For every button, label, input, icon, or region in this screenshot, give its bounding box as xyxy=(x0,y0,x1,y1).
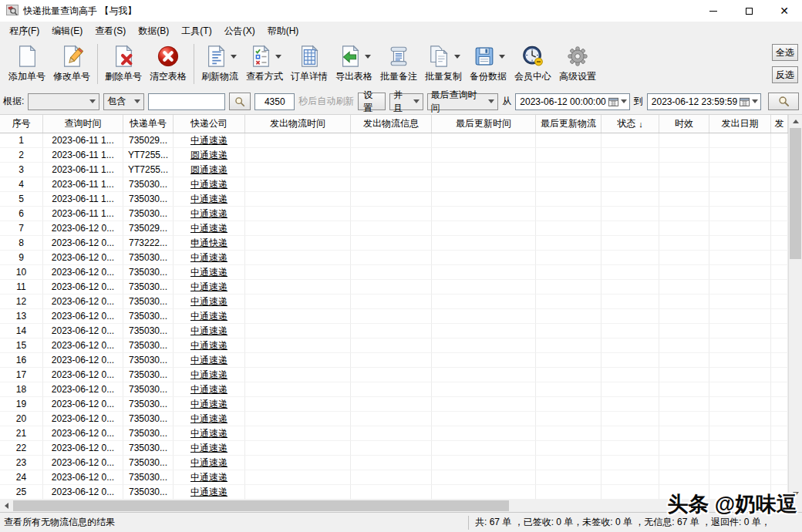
menu-item-help[interactable]: 帮助(H) xyxy=(261,22,305,40)
toolbar-batch-note-button[interactable]: 批量备注 xyxy=(376,43,421,83)
scroll-down-button[interactable] xyxy=(789,487,802,500)
table-row[interactable]: 112023-06-12 0...735030...中通速递 xyxy=(0,280,788,295)
company-link[interactable]: 中通速递 xyxy=(174,353,245,368)
table-row[interactable]: 12023-06-11 1...735029...中通速递 xyxy=(0,133,788,148)
table-row[interactable]: 142023-06-12 0...735030...中通速递 xyxy=(0,324,788,338)
column-header-10[interactable]: 发出日期 xyxy=(709,115,771,133)
table-row[interactable]: 232023-06-12 0...735030...中通速递 xyxy=(0,456,788,470)
toolbar-order-detail-button[interactable]: 订单详情 xyxy=(287,43,332,83)
company-link[interactable]: 中通速递 xyxy=(174,192,245,207)
company-link[interactable]: 中通速递 xyxy=(174,426,245,441)
toolbar-export-table-button[interactable]: 导出表格 xyxy=(332,43,376,83)
column-header-3[interactable]: 快递公司 xyxy=(174,115,245,133)
table-row[interactable]: 92023-06-12 0...735030...中通速递 xyxy=(0,251,788,265)
table-row[interactable]: 72023-06-12 0...735029...中通速递 xyxy=(0,221,788,236)
scroll-left-button[interactable] xyxy=(0,500,13,512)
company-link[interactable]: 中通速递 xyxy=(174,324,245,338)
keyword-search-button[interactable] xyxy=(229,93,251,110)
column-header-6[interactable]: 最后更新时间 xyxy=(432,115,536,133)
table-row[interactable]: 42023-06-11 1...735030...中通速递 xyxy=(0,177,788,192)
company-link[interactable]: 圆通速递 xyxy=(174,148,245,163)
table-row[interactable]: 172023-06-12 0...735030...中通速递 xyxy=(0,368,788,382)
table-row[interactable]: 222023-06-12 0...735030...中通速递 xyxy=(0,441,788,456)
column-header-11[interactable]: 发 xyxy=(771,115,788,133)
company-link[interactable]: 中通速递 xyxy=(174,412,245,426)
keyword-input[interactable] xyxy=(148,93,225,110)
company-link[interactable]: 中通速递 xyxy=(174,456,245,470)
table-row[interactable]: 32023-06-11 1...YT7255...圆通速递 xyxy=(0,163,788,177)
horizontal-scrollbar[interactable] xyxy=(0,500,802,512)
vertical-scrollbar[interactable] xyxy=(788,115,802,500)
company-link[interactable]: 中通速递 xyxy=(174,177,245,192)
company-link[interactable]: 中通速递 xyxy=(174,397,245,412)
dropdown-arrow-icon[interactable] xyxy=(499,55,505,59)
company-link[interactable]: 中通速递 xyxy=(174,207,245,221)
company-link[interactable]: 中通速递 xyxy=(174,251,245,265)
close-button[interactable]: ✕ xyxy=(767,0,802,22)
table-row[interactable]: 242023-06-12 0...735030...中通速递 xyxy=(0,470,788,485)
table-row[interactable]: 102023-06-12 0...735030...中通速递 xyxy=(0,265,788,280)
toolbar-add-order-button[interactable]: 添加单号 xyxy=(5,43,49,83)
filter-field-select[interactable] xyxy=(28,93,99,110)
toolbar-member-center-button[interactable]: 会员中心 xyxy=(511,43,555,83)
toolbar-refresh-logistics-button[interactable]: 刷新物流 xyxy=(197,43,242,83)
to-datetime-picker[interactable]: 2023-06-12 23:59:59 xyxy=(647,93,761,110)
select-all-button[interactable]: 全选 xyxy=(772,44,798,61)
column-header-1[interactable]: 查询时间 xyxy=(43,115,123,133)
logic-and-select[interactable]: 并且 xyxy=(389,93,423,110)
table-row[interactable]: 62023-06-11 1...735030...中通速递 xyxy=(0,207,788,221)
company-link[interactable]: 中通速递 xyxy=(174,265,245,280)
company-link[interactable]: 中通速递 xyxy=(174,309,245,324)
from-datetime-picker[interactable]: 2023-06-12 00:00:00 xyxy=(515,93,629,110)
refresh-settings-button[interactable]: 设置 xyxy=(358,93,386,110)
match-mode-select[interactable]: 包含 xyxy=(103,93,143,110)
time-search-button[interactable] xyxy=(768,93,799,110)
menu-item-view[interactable]: 查看(S) xyxy=(89,22,132,40)
table-row[interactable]: 52023-06-11 1...735030...中通速递 xyxy=(0,192,788,207)
toolbar-advanced-settings-button[interactable]: 高级设置 xyxy=(555,43,600,83)
column-header-4[interactable]: 发出物流时间 xyxy=(245,115,351,133)
company-link[interactable]: 圆通速递 xyxy=(174,163,245,177)
table-row[interactable]: 152023-06-12 0...735030...中通速递 xyxy=(0,338,788,353)
table-row[interactable]: 202023-06-12 0...735030...中通速递 xyxy=(0,412,788,426)
table-row[interactable]: 22023-06-11 1...YT7255...圆通速递 xyxy=(0,148,788,163)
table-row[interactable]: 132023-06-12 0...735030...中通速递 xyxy=(0,309,788,324)
table-row[interactable]: 122023-06-12 0...735030...中通速递 xyxy=(0,295,788,309)
refresh-seconds-input[interactable] xyxy=(254,93,295,110)
company-link[interactable]: 中通速递 xyxy=(174,485,245,500)
company-link[interactable]: 中通速递 xyxy=(174,133,245,148)
dropdown-arrow-icon[interactable] xyxy=(275,55,281,59)
menu-item-data[interactable]: 数据(B) xyxy=(132,22,175,40)
invert-selection-button[interactable]: 反选 xyxy=(772,66,798,83)
time-field-select[interactable]: 最后查询时间 xyxy=(427,93,499,110)
toolbar-view-mode-button[interactable]: 查看方式 xyxy=(242,43,287,83)
dropdown-arrow-icon[interactable] xyxy=(454,55,460,59)
company-link[interactable]: 中通速递 xyxy=(174,382,245,397)
minimize-button[interactable] xyxy=(696,0,731,22)
table-row[interactable]: 192023-06-12 0...735030...中通速递 xyxy=(0,397,788,412)
menu-item-edit[interactable]: 编辑(E) xyxy=(45,22,89,40)
column-header-7[interactable]: 最后更新物流 xyxy=(536,115,602,133)
column-header-5[interactable]: 发出物流信息 xyxy=(351,115,432,133)
company-link[interactable]: 中通速递 xyxy=(174,295,245,309)
company-link[interactable]: 中通速递 xyxy=(174,470,245,485)
toolbar-clear-table-button[interactable]: 清空表格 xyxy=(146,43,190,83)
company-link[interactable]: 中通速递 xyxy=(174,368,245,382)
menu-item-program[interactable]: 程序(F) xyxy=(3,22,45,40)
company-link[interactable]: 中通速递 xyxy=(174,280,245,295)
column-header-0[interactable]: 序号 xyxy=(0,115,43,133)
company-link[interactable]: 申通快递 xyxy=(174,236,245,251)
dropdown-arrow-icon[interactable] xyxy=(231,55,237,59)
company-link[interactable]: 中通速递 xyxy=(174,338,245,353)
column-header-9[interactable]: 时效 xyxy=(659,115,709,133)
maximize-button[interactable] xyxy=(731,0,767,22)
scroll-up-button[interactable] xyxy=(789,115,802,128)
table-row[interactable]: 252023-06-12 0...735030...中通速递 xyxy=(0,485,788,500)
table-row[interactable]: 182023-06-12 0...735030...中通速递 xyxy=(0,382,788,397)
dropdown-arrow-icon[interactable] xyxy=(365,55,371,59)
company-link[interactable]: 中通速递 xyxy=(174,221,245,236)
menu-item-tools[interactable]: 工具(T) xyxy=(175,22,217,40)
vertical-scroll-thumb[interactable] xyxy=(790,128,801,259)
company-link[interactable]: 中通速递 xyxy=(174,441,245,456)
toolbar-batch-copy-button[interactable]: 批量复制 xyxy=(421,43,466,83)
